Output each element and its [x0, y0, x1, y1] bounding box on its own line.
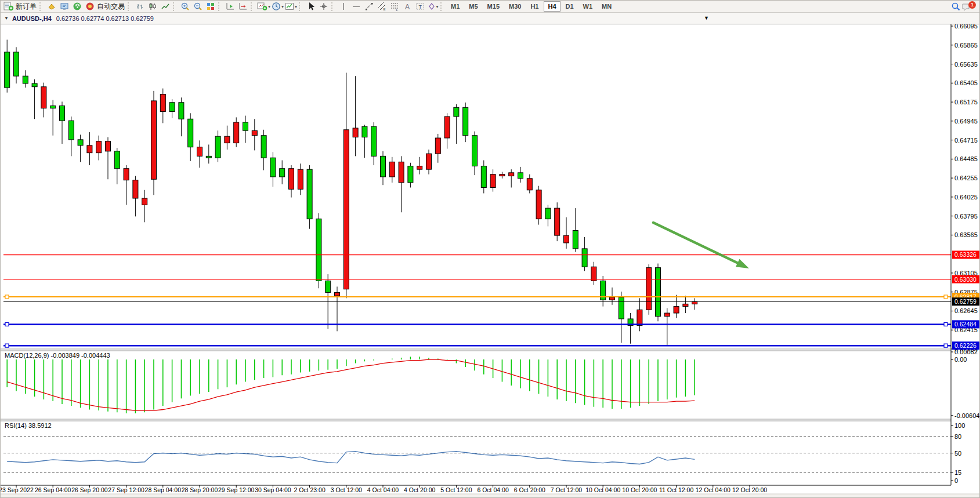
chart-shift-button[interactable]: [237, 1, 249, 12]
crosshair-icon: [319, 2, 328, 11]
notification-button[interactable]: 1: [962, 1, 976, 12]
indicators-button[interactable]: ▾: [256, 1, 271, 12]
time-axis: 23 Sep 202226 Sep 04:0026 Sep 20:0027 Se…: [1, 485, 767, 493]
zoom-in-icon: [180, 2, 190, 11]
market-watch-button[interactable]: [58, 1, 71, 12]
channel-icon: E: [377, 2, 386, 11]
text-label-button[interactable]: T: [414, 1, 426, 12]
bar-chart-button[interactable]: [133, 1, 146, 12]
zoom-out-button[interactable]: [191, 1, 204, 12]
tile-windows-button[interactable]: [204, 1, 217, 12]
cursor-button[interactable]: [305, 1, 317, 12]
candlestick-chart-icon: [148, 2, 157, 11]
svg-text:15: 15: [954, 469, 961, 476]
cursor-icon: [306, 2, 316, 11]
periods-icon: [272, 2, 281, 11]
timeframe-M5[interactable]: M5: [465, 1, 482, 12]
macd-label: MACD(12,26,9) -0.003849 -0.004443: [5, 352, 110, 359]
macd-signal-line: [7, 359, 695, 410]
toolbar: 新订单 自动交易 ▾ ▾ ▾ E F A T ▾ M1M5M15M30: [1, 1, 980, 13]
auto-scroll-icon: [226, 2, 235, 11]
trendline-button[interactable]: [363, 1, 375, 12]
quotes-button[interactable]: [45, 1, 58, 12]
svg-text:28 Sep 04:00: 28 Sep 04:00: [145, 486, 182, 493]
svg-text:0.62185: 0.62185: [954, 346, 978, 352]
svg-text:0.64255: 0.64255: [954, 175, 978, 181]
price-badge-orange-level: 0.62817: [952, 293, 980, 301]
svg-text:2 Oct 23:00: 2 Oct 23:00: [294, 486, 325, 493]
svg-text:4 Oct 04:00: 4 Oct 04:00: [367, 486, 399, 493]
toolbar-grip: [251, 2, 255, 11]
svg-text:-0.006044: -0.006044: [954, 412, 980, 419]
svg-text:0.62645: 0.62645: [954, 307, 978, 314]
channel-button[interactable]: E: [375, 1, 388, 12]
chart-dropdown-icon[interactable]: ▼: [4, 16, 9, 21]
svg-text:0.64945: 0.64945: [954, 118, 978, 125]
new-order-label[interactable]: 新订单: [16, 2, 37, 12]
svg-text:0.63030: 0.63030: [954, 276, 977, 283]
svg-text:11 Oct 12:00: 11 Oct 12:00: [659, 486, 694, 493]
chart-shift-icon: [238, 2, 248, 11]
chart-shift-marker-icon[interactable]: ▼: [704, 15, 709, 21]
price-axis: 0.660950.658650.656350.654050.651750.649…: [951, 23, 980, 352]
svg-text:E: E: [384, 8, 386, 11]
timeframe-H1[interactable]: H1: [526, 1, 543, 12]
timeframe-W1[interactable]: W1: [579, 1, 597, 12]
svg-text:30 Sep 04:00: 30 Sep 04:00: [255, 486, 291, 493]
toolbar-grip: [173, 2, 177, 11]
timeframe-M30[interactable]: M30: [505, 1, 525, 12]
line-chart-button[interactable]: [159, 1, 172, 12]
toolbar-grip: [299, 2, 303, 11]
text-button[interactable]: A: [401, 1, 414, 12]
zoom-out-icon: [193, 2, 202, 11]
signals-button[interactable]: [71, 1, 84, 12]
rsi-pane: [3, 437, 951, 472]
svg-text:3 Oct 12:00: 3 Oct 12:00: [331, 486, 362, 493]
svg-text:6 Oct 20:00: 6 Oct 20:00: [514, 486, 545, 493]
autotrading-button[interactable]: [84, 1, 96, 12]
svg-text:50: 50: [954, 450, 961, 457]
text-label-icon: T: [415, 2, 425, 11]
auto-scroll-button[interactable]: [224, 1, 237, 12]
timeframe-D1[interactable]: D1: [562, 1, 578, 12]
vertical-line-button[interactable]: [337, 1, 350, 12]
timeframe-M15[interactable]: M15: [483, 1, 504, 12]
crosshair-button[interactable]: [317, 1, 330, 12]
new-order-button[interactable]: [2, 1, 15, 12]
shapes-button[interactable]: ▾: [426, 1, 439, 12]
svg-text:0.00: 0.00: [954, 356, 967, 363]
level-lines: [3, 255, 951, 347]
svg-text:0.63565: 0.63565: [954, 231, 978, 238]
svg-text:6 Oct 04:00: 6 Oct 04:00: [477, 486, 508, 493]
svg-text:0.62415: 0.62415: [954, 326, 978, 333]
timeframe-H4[interactable]: H4: [544, 1, 560, 12]
svg-text:80: 80: [954, 433, 961, 440]
chart-title-bar[interactable]: ▼ AUDUSD-,H4 0.62736 0.62774 0.62713 0.6…: [1, 13, 980, 24]
toolbar-grip: [218, 2, 222, 11]
svg-text:0: 0: [954, 477, 958, 484]
svg-text:0.62759: 0.62759: [954, 298, 977, 305]
autotrading-label[interactable]: 自动交易: [97, 2, 125, 12]
trendline-icon: [364, 2, 374, 11]
svg-text:0.63326: 0.63326: [954, 251, 977, 258]
svg-text:7 Oct 12:00: 7 Oct 12:00: [551, 486, 582, 493]
candles: [5, 40, 697, 346]
candlestick-chart-button[interactable]: [146, 1, 159, 12]
rsi-label: RSI(14) 38.5912: [5, 422, 52, 429]
signals-icon: [73, 2, 82, 11]
market-watch-icon: [60, 2, 69, 11]
text-icon: A: [403, 2, 412, 11]
search-button[interactable]: [949, 1, 962, 12]
templates-button[interactable]: ▾: [284, 1, 298, 12]
svg-text:0.63105: 0.63105: [954, 270, 978, 277]
svg-text:10 Oct 20:00: 10 Oct 20:00: [622, 486, 657, 493]
timeframe-MN[interactable]: MN: [598, 1, 616, 12]
horizontal-line-button[interactable]: [350, 1, 363, 12]
periods-button[interactable]: ▾: [271, 1, 284, 12]
timeframe-M1[interactable]: M1: [447, 1, 464, 12]
zoom-in-button[interactable]: [179, 1, 191, 12]
svg-text:0.00082: 0.00082: [954, 348, 978, 355]
toolbar-grip: [128, 2, 132, 11]
price-pane: [3, 40, 951, 348]
fibonacci-button[interactable]: F: [388, 1, 401, 12]
